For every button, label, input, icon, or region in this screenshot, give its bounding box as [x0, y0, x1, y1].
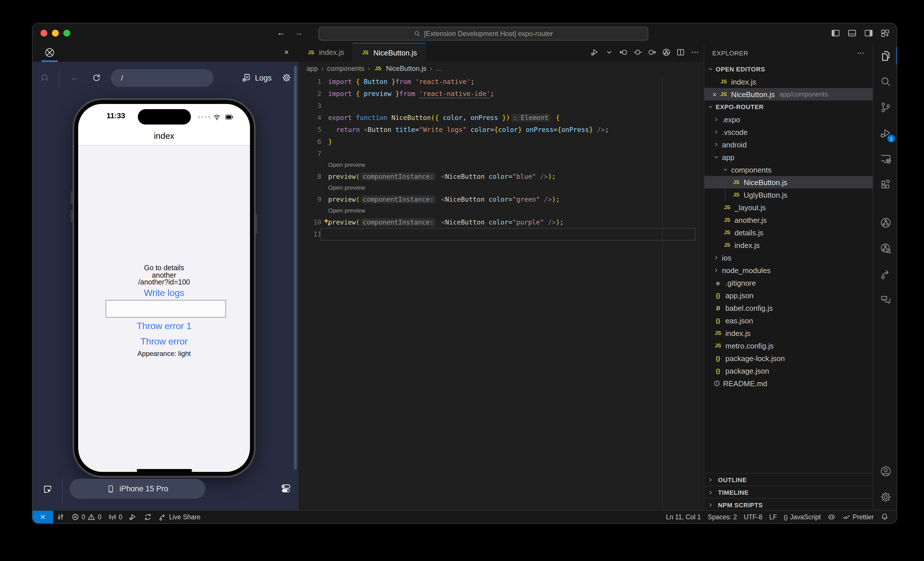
activitybar-item-run-and-debug[interactable]: 1	[873, 120, 897, 146]
throw-error-button[interactable]: Throw error	[78, 337, 250, 347]
close-window-button[interactable]	[40, 30, 47, 36]
activitybar-item-graph-search[interactable]	[873, 235, 897, 261]
statusbar-formatter[interactable]: Prettier	[839, 511, 877, 523]
statusbar-radon-ide-tools[interactable]	[53, 511, 68, 523]
code-line-1[interactable]: 1import { Button }from 'react-native';	[298, 75, 704, 87]
breadcrumb-file[interactable]: NiceButton.js	[386, 65, 426, 72]
code-line-2[interactable]: 2import { preview }from 'react-native-id…	[298, 87, 704, 99]
logs-button[interactable]: Logs	[242, 73, 272, 82]
customize-layout-icon[interactable]	[880, 29, 890, 38]
activitybar-item-comments[interactable]	[873, 287, 897, 313]
toggle-secondary-sidebar-icon[interactable]	[864, 29, 873, 38]
device-settings-toggles-icon[interactable]	[281, 483, 291, 493]
code-line-7[interactable]: 7	[298, 147, 704, 159]
code-editor[interactable]: 1import { Button }from 'react-native';2i…	[298, 75, 704, 511]
section-npm-scripts[interactable]: NPM SCRIPTS	[704, 498, 873, 511]
section-outline[interactable]: OUTLINE	[704, 473, 873, 486]
toggle-panel-icon[interactable]	[848, 29, 856, 38]
minimize-window-button[interactable]	[52, 30, 59, 36]
code-line-11[interactable]: 11	[298, 228, 704, 240]
magnet-icon[interactable]	[40, 73, 49, 82]
codelens-open-preview[interactable]: Open preview	[298, 205, 704, 216]
go-to-details-link[interactable]: Go to details	[78, 264, 250, 272]
history-forward-button[interactable]: →	[294, 27, 303, 37]
navigate-back-icon[interactable]	[619, 48, 628, 57]
phone-screen[interactable]: 11:33 index Go to details another /anoth…	[78, 104, 250, 472]
tree-item-package-lock.json[interactable]: {}package-lock.json	[704, 352, 873, 364]
tree-item-node_modules[interactable]: node_modules	[704, 264, 873, 277]
close-editor-icon[interactable]: ×	[710, 90, 719, 99]
tree-item-metro.config.js[interactable]: JSmetro.config.js	[704, 339, 873, 352]
tree-item-package.json[interactable]: {}package.json	[704, 364, 873, 377]
tab-index-js[interactable]: JS index.js	[298, 43, 353, 62]
run-dropdown-icon[interactable]	[605, 48, 614, 57]
breadcrumb-app[interactable]: app	[306, 65, 318, 72]
device-selector[interactable]: iPhone 15 Pro	[70, 479, 206, 499]
another-id-link[interactable]: /another?id=100	[78, 278, 250, 286]
statusbar-live-share[interactable]: Live Share	[155, 511, 204, 523]
statusbar-remote-indicator[interactable]	[33, 511, 53, 523]
section-open-editors[interactable]: OPEN EDITORS	[704, 63, 873, 75]
open-editor-NiceButton.js[interactable]: ×JSNiceButton.jsapp/components	[704, 88, 873, 101]
tree-item-.vscode[interactable]: .vscode	[704, 126, 873, 138]
statusbar-forwarded-ports[interactable]: 0	[105, 511, 126, 523]
statusbar-indentation[interactable]: Spaces: 2	[704, 511, 740, 523]
statusbar-end-of-line[interactable]: LF	[766, 511, 780, 523]
toggle-primary-sidebar-icon[interactable]	[831, 29, 840, 38]
tree-item-android[interactable]: android	[704, 138, 873, 151]
codelens-open-preview[interactable]: Open preview	[298, 159, 704, 170]
inspect-pointer-icon[interactable]	[43, 484, 53, 495]
code-line-3[interactable]: 3	[298, 99, 704, 111]
nav-back-icon[interactable]: ←	[70, 72, 80, 83]
tree-item-ios[interactable]: ios	[704, 251, 873, 264]
code-line-10[interactable]: 10preview(componentInstance: <NiceButton…	[298, 216, 704, 228]
panel-close-icon[interactable]: ×	[280, 46, 293, 58]
tree-item-_layout.js[interactable]: JS_layout.js	[704, 201, 873, 214]
more-actions-icon[interactable]	[691, 48, 699, 57]
statusbar-language-mode[interactable]: {}JavaScript	[780, 511, 824, 523]
tab-radon-ide[interactable]	[38, 43, 61, 62]
reload-icon[interactable]	[92, 73, 101, 82]
tree-item-babel.config.js[interactable]: Bbabel.config.js	[704, 302, 873, 314]
navigate-current-icon[interactable]	[633, 48, 642, 57]
breadcrumb-symbol[interactable]: …	[435, 65, 442, 72]
activitybar-item-remote-explorer[interactable]	[873, 146, 897, 171]
panel-settings-gear-icon[interactable]	[282, 73, 291, 82]
command-center[interactable]: [Extension Development Host] expo-router	[318, 27, 648, 41]
tree-item-app[interactable]: app	[704, 151, 873, 163]
tree-item-app.json[interactable]: {}app.json	[704, 289, 873, 302]
write-logs-button[interactable]: Write logs	[78, 288, 250, 298]
code-line-4[interactable]: 4export function NiceButton({ color, onP…	[298, 111, 704, 123]
tree-item-index.js[interactable]: JSindex.js	[704, 239, 873, 251]
open-editor-index.js[interactable]: JSindex.js	[704, 75, 873, 88]
open-graph-icon[interactable]	[662, 48, 670, 57]
statusbar-debug-status[interactable]	[126, 511, 140, 523]
tree-item-UglyButton.js[interactable]: JSUglyButton.js	[704, 188, 873, 201]
section-timeline[interactable]: TIMELINE	[704, 486, 873, 498]
statusbar-encoding[interactable]: UTF-8	[740, 511, 766, 523]
statusbar-sync-status[interactable]	[140, 511, 155, 523]
statusbar-copilot-status[interactable]	[824, 511, 839, 523]
statusbar-notifications[interactable]	[877, 511, 892, 523]
code-line-9[interactable]: 9preview(componentInstance: <NiceButton …	[298, 193, 704, 205]
activitybar-item-accounts[interactable]	[873, 458, 897, 484]
activitybar-item-project-graph[interactable]	[873, 210, 897, 235]
zoom-window-button[interactable]	[63, 30, 70, 36]
tree-item-.gitignore[interactable]: ◆.gitignore	[704, 277, 873, 289]
section-project[interactable]: EXPO-ROUTER	[704, 101, 873, 113]
tree-item-another.js[interactable]: JSanother.js	[704, 214, 873, 226]
throw-error-1-button[interactable]: Throw error 1	[78, 321, 250, 331]
run-or-debug-icon[interactable]	[591, 48, 599, 57]
panel-scrollbar[interactable]	[294, 66, 297, 469]
activitybar-item-search[interactable]	[873, 69, 897, 94]
code-line-5[interactable]: 5 return <Button title="Write logs" colo…	[298, 123, 704, 135]
tree-item-details.js[interactable]: JSdetails.js	[704, 226, 873, 239]
statusbar-problems[interactable]: 00	[68, 511, 105, 523]
tree-item-NiceButton.js[interactable]: JSNiceButton.js	[704, 176, 873, 188]
tree-item-.expo[interactable]: .expo	[704, 113, 873, 126]
statusbar-cursor-position[interactable]: Ln 11, Col 1	[663, 511, 704, 523]
code-line-6[interactable]: 6}	[298, 135, 704, 147]
code-line-8[interactable]: 8preview(componentInstance: <NiceButton …	[298, 170, 704, 182]
tree-item-eas.json[interactable]: {}eas.json	[704, 314, 873, 327]
tree-item-index.js[interactable]: JSindex.js	[704, 327, 873, 339]
